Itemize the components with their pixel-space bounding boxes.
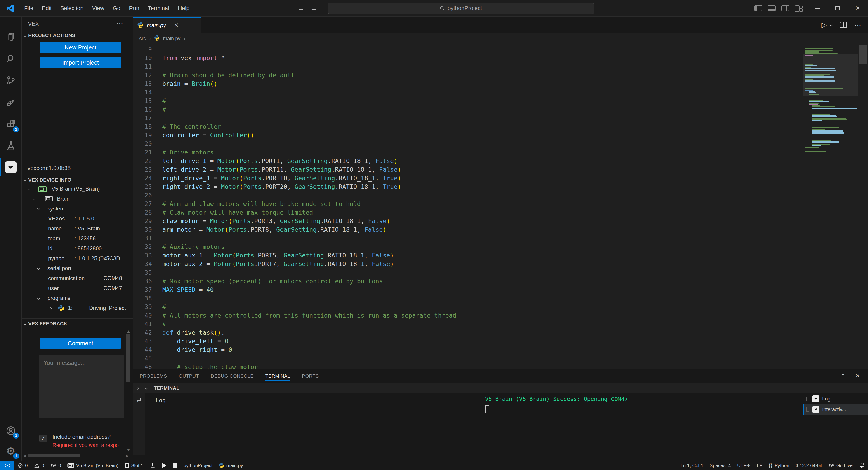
run-python-file-icon[interactable]: ▷ — [821, 21, 827, 29]
tree-row[interactable]: VEXos: 1.1.5.0 — [22, 214, 133, 224]
status-lf[interactable]: LF — [754, 461, 766, 470]
code-line-13[interactable]: 13brain = Brain() — [133, 79, 868, 88]
status-golive[interactable]: Go Live — [825, 461, 856, 470]
code-line-10[interactable]: 10from vex import * — [133, 54, 868, 62]
section-vex-feedback[interactable]: VEX FEEDBACK — [24, 321, 67, 327]
tree-row[interactable]: serial port — [22, 263, 133, 273]
status-utf-8[interactable]: UTF-8 — [734, 461, 754, 470]
breadcrumb-src[interactable]: src — [139, 36, 146, 41]
command-center-search[interactable]: pythonProject — [328, 3, 594, 14]
code-line-26[interactable]: 26 — [133, 191, 868, 200]
code-line-22[interactable]: 22left_drive_1 = Motor(Ports.PORT1, Gear… — [133, 157, 868, 165]
sidebar-more-actions-icon[interactable]: ⋯ — [116, 19, 124, 27]
code-line-25[interactable]: 25right_drive_2 = Motor(Ports.PORT20, Ge… — [133, 182, 868, 191]
customize-layout-icon[interactable] — [795, 5, 804, 11]
tree-row[interactable]: V5 Brain (V5_Brain) — [22, 184, 133, 194]
code-line-35[interactable]: 35 — [133, 268, 868, 277]
tree-row[interactable]: programs — [22, 293, 133, 303]
status-spaces-4[interactable]: Spaces: 4 — [707, 461, 734, 470]
include-email-checkbox[interactable]: ✓ — [39, 435, 47, 442]
swap-ports-icon[interactable]: ⇄ — [136, 396, 142, 403]
code-line-28[interactable]: 28# Claw motor will have max torque limi… — [133, 208, 868, 217]
sidebar-horizontal-scrollbar[interactable]: ◀ ▶ — [22, 453, 132, 458]
tree-row[interactable]: 1:Driving_Project — [22, 303, 133, 313]
panel-maximize-icon[interactable]: ⌃ — [841, 373, 845, 379]
terminal-instance-interactiv[interactable]: Interactiv... — [803, 404, 868, 415]
menu-view[interactable]: View — [88, 3, 108, 14]
status-python[interactable]: main.py — [216, 461, 246, 470]
menu-terminal[interactable]: Terminal — [144, 3, 174, 14]
terminal-section-header[interactable]: TERMINAL — [133, 383, 868, 394]
tree-row[interactable]: team: 123456 — [22, 234, 133, 243]
run-dropdown-icon[interactable] — [830, 24, 833, 26]
status-errors[interactable]: 0 — [14, 461, 31, 470]
code-line-31[interactable]: 31 — [133, 234, 868, 242]
status-ln-1-col-1[interactable]: Ln 1, Col 1 — [677, 461, 707, 470]
activity-search-icon[interactable] — [0, 48, 22, 69]
code-line-34[interactable]: 34motor_aux_2 = Motor(Ports.PORT7, GearS… — [133, 260, 868, 268]
toggle-panel-icon[interactable] — [768, 5, 776, 11]
nav-back-icon[interactable]: ← — [298, 4, 305, 12]
activity-extensions-icon[interactable]: 1 — [0, 114, 22, 135]
section-project-actions[interactable]: PROJECT ACTIONS — [24, 33, 75, 38]
activity-run-and-debug-icon[interactable] — [0, 92, 22, 113]
status-bell[interactable] — [856, 461, 868, 470]
status-pythonproject[interactable]: pythonProject — [180, 461, 216, 470]
code-line-9[interactable]: 9 — [133, 45, 868, 54]
panel-more-actions-icon[interactable]: ⋯ — [824, 372, 831, 380]
code-line-27[interactable]: 27# Arm and claw motors will have brake … — [133, 200, 868, 208]
code-line-43[interactable]: 43 drive_left = 0 — [133, 337, 868, 345]
code-line-36[interactable]: 36# Max motor speed (percent) for motors… — [133, 277, 868, 286]
scroll-up-icon[interactable]: ▲ — [127, 329, 130, 334]
terminal-log-pane[interactable]: Log — [145, 394, 477, 455]
code-line-30[interactable]: 30arm_motor = Motor(Ports.PORT8, GearSet… — [133, 225, 868, 234]
toggle-secondary-sidebar-icon[interactable] — [781, 5, 789, 11]
activity-settings-icon[interactable]: ⚙1 — [0, 440, 22, 462]
terminal-instance-log[interactable]: Log — [803, 394, 868, 404]
minimize-button[interactable] — [807, 0, 827, 17]
code-line-17[interactable]: 17 — [133, 114, 868, 123]
sidebar-vertical-scrollbar[interactable]: ▲ ▼ — [126, 330, 130, 452]
activity-testing-icon[interactable] — [0, 135, 22, 156]
activity-source-control-icon[interactable] — [0, 70, 22, 91]
menu-edit[interactable]: Edit — [37, 3, 56, 14]
code-line-18[interactable]: 18# The controller — [133, 123, 868, 131]
status-brain[interactable]: V5 Brain (V5_Brain) — [64, 461, 122, 470]
scroll-left-icon[interactable]: ◀ — [23, 454, 26, 458]
tree-row[interactable]: user: COM47 — [22, 283, 133, 293]
status-braces[interactable]: { }Python — [766, 461, 793, 470]
tree-row[interactable]: system — [22, 204, 133, 214]
code-line-40[interactable]: 40# All motors are controlled from this … — [133, 311, 868, 320]
activity-explorer-icon[interactable] — [0, 27, 22, 48]
menu-go[interactable]: Go — [108, 3, 125, 14]
code-line-11[interactable]: 11 — [133, 62, 868, 71]
chevron-right-icon[interactable] — [136, 387, 139, 390]
remote-indicator[interactable]: >< — [0, 461, 14, 470]
code-line-45[interactable]: 45 — [133, 354, 868, 363]
new-project-button[interactable]: New Project — [40, 42, 121, 53]
menu-help[interactable]: Help — [174, 3, 194, 14]
activity-vex-icon[interactable] — [0, 157, 22, 178]
code-line-20[interactable]: 20 — [133, 140, 868, 148]
breadcrumb[interactable]: src › main.py › ... — [133, 33, 868, 44]
tree-row[interactable]: id: 88542800 — [22, 243, 133, 254]
panel-tab-problems[interactable]: PROBLEMS — [140, 369, 167, 383]
breadcrumb-symbol[interactable]: ... — [188, 36, 193, 41]
minimap-slider[interactable] — [803, 54, 858, 95]
tree-row[interactable]: communication: COM48 — [22, 273, 133, 283]
section-device-info[interactable]: VEX DEVICE INFO — [24, 177, 71, 183]
code-line-42[interactable]: 42def drive_task(): — [133, 328, 868, 337]
toggle-sidebar-icon[interactable] — [754, 5, 762, 11]
code-line-21[interactable]: 21# Drive motors — [133, 148, 868, 157]
code-line-41[interactable]: 41# — [133, 320, 868, 328]
code-line-16[interactable]: 16# — [133, 105, 868, 114]
code-line-37[interactable]: 37MAX_SPEED = 40 — [133, 286, 868, 294]
code-line-46[interactable]: 46 # setup the claw motor — [133, 363, 868, 369]
minimap[interactable] — [803, 44, 858, 369]
split-editor-icon[interactable] — [840, 22, 847, 28]
tree-row[interactable]: Brain — [22, 194, 133, 204]
feedback-message-input[interactable]: Your message... — [39, 355, 124, 418]
menu-file[interactable]: File — [20, 3, 37, 14]
activity-accounts-icon[interactable]: 1 — [0, 420, 22, 441]
panel-tab-ports[interactable]: PORTS — [302, 369, 319, 383]
